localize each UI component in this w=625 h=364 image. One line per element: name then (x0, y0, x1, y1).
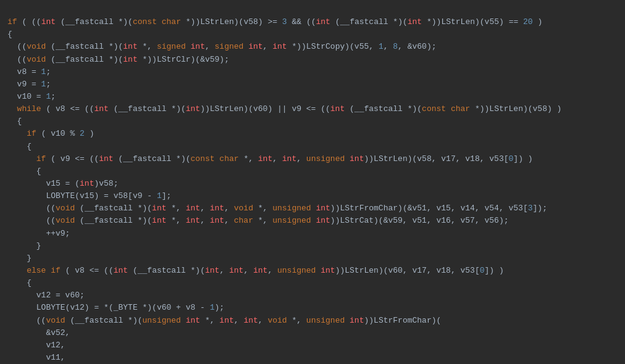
line-2: { (7, 30, 12, 39)
line-13: { (7, 167, 41, 176)
line-19: } (7, 241, 41, 250)
line-14: v15 = (int)v58; (7, 179, 118, 188)
line-28: v11, (7, 353, 65, 362)
code-display: if ( ((int (__fastcall *)(const char *))… (0, 0, 625, 364)
line-27: v12, (7, 341, 65, 350)
line-12: if ( v9 <= ((int (__fastcall *)(const ch… (7, 154, 533, 163)
line-3: ((void (__fastcall *)(int *, signed int,… (7, 42, 437, 51)
line-24: LOBYTE(v12) = *(_BYTE *)(v60 + v8 - 1); (7, 303, 224, 312)
line-1: if ( ((int (__fastcall *)(const char *))… (7, 17, 542, 27)
line-8: while ( v8 <= ((int (__fastcall *)(int))… (7, 104, 561, 114)
line-20: } (7, 254, 31, 263)
line-17: ((void (__fastcall *)(int *, int, int, c… (7, 216, 509, 225)
line-26: &v52, (7, 328, 70, 337)
line-25: ((void (__fastcall *)(unsigned int *, in… (7, 316, 441, 325)
line-9: { (7, 117, 22, 126)
line-7: v10 = 1; (7, 92, 56, 101)
line-4: ((void (__fastcall *)(int *))LStrClr)(&v… (7, 55, 229, 64)
line-18: ++v9; (7, 229, 70, 238)
line-23: v12 = v60; (7, 291, 85, 300)
line-21: else if ( v8 <= ((int (__fastcall *)(int… (7, 266, 504, 275)
line-22: { (7, 278, 31, 287)
line-10: if ( v10 % 2 ) (7, 129, 94, 138)
line-15: LOBYTE(v15) = v58[v9 - 1]; (7, 191, 171, 201)
line-16: ((void (__fastcall *)(int *, int, int, v… (7, 204, 547, 213)
line-6: v9 = 1; (7, 80, 51, 89)
line-11: { (7, 142, 31, 151)
line-5: v8 = 1; (7, 67, 51, 77)
